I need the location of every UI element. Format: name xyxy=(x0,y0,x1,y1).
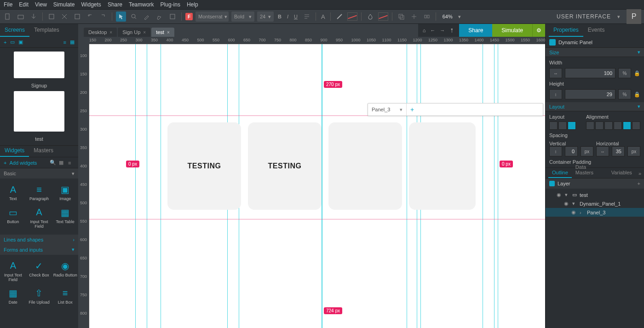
widget-paragraph[interactable]: ≡Paragraph xyxy=(26,181,52,204)
panel-selector-bar[interactable]: Panel_3▾ + xyxy=(368,103,543,116)
width-handle-icon[interactable]: ↔ xyxy=(549,68,562,78)
v-spacing-handle[interactable]: ↕ xyxy=(549,146,562,156)
width-input[interactable]: 100 xyxy=(565,68,615,78)
v-spacing-input[interactable]: 0 xyxy=(565,146,578,156)
zoom-tool-icon[interactable] xyxy=(129,12,139,22)
tab-properties[interactable]: Properties xyxy=(549,24,583,37)
menu-file[interactable]: File xyxy=(4,1,12,8)
section-forms[interactable]: Forms and inputs▾ xyxy=(0,245,78,255)
highlight-icon[interactable] xyxy=(142,12,152,22)
simulate-button[interactable]: Simulate xyxy=(492,24,532,37)
tab-screens[interactable]: Screens xyxy=(0,24,29,37)
panel-select-dropdown[interactable]: Panel_3▾ xyxy=(368,104,407,115)
tree-row-panel-3[interactable]: ◉›Panel_3 xyxy=(546,208,644,217)
widget-radio[interactable]: ◉Radio Button xyxy=(52,258,78,285)
new-file-icon[interactable] xyxy=(3,12,13,22)
widget-text-table[interactable]: ▦Text Table xyxy=(52,204,78,232)
add-panel-icon[interactable]: + xyxy=(407,106,418,113)
open-icon[interactable] xyxy=(16,12,26,22)
h-spacing-input[interactable]: 35 xyxy=(612,146,625,156)
distribute-icon[interactable] xyxy=(422,12,432,22)
lock-icon[interactable]: 🔒 xyxy=(634,70,640,76)
export-icon[interactable]: ⭱ xyxy=(449,28,454,33)
save-icon[interactable] xyxy=(29,12,39,22)
simulate-settings-icon[interactable]: ⚙ xyxy=(532,24,545,37)
align-icon[interactable] xyxy=(302,12,312,22)
tab-outline[interactable]: Outline xyxy=(548,168,572,178)
tree-row-dynamic-panel[interactable]: ◉▾Dynamic_Panel_1 xyxy=(546,199,644,208)
widget-file-upload[interactable]: ⇧File Upload xyxy=(26,285,52,308)
duplicate-icon[interactable]: ▭ xyxy=(10,39,15,45)
stroke-swatch[interactable] xyxy=(347,12,357,21)
plus-icon[interactable]: + xyxy=(4,160,6,166)
add-widgets-button[interactable]: Add widgets xyxy=(9,160,37,166)
card-testing-1[interactable]: TESTING xyxy=(167,122,241,210)
card-empty-3[interactable] xyxy=(328,122,402,210)
tab-events[interactable]: Events xyxy=(583,24,610,37)
expand-icon[interactable]: › xyxy=(580,210,584,215)
fill-icon[interactable] xyxy=(365,12,375,22)
redo-icon[interactable] xyxy=(98,12,108,22)
pen-tool-icon[interactable] xyxy=(155,12,165,22)
section-basic[interactable]: Basic▾ xyxy=(0,168,78,178)
widget-button[interactable]: ▭Button xyxy=(0,204,26,232)
list-view-icon[interactable]: ≡ xyxy=(68,160,75,166)
layout-vert-button[interactable] xyxy=(558,121,567,130)
height-unit-select[interactable]: % xyxy=(618,89,631,99)
menu-share[interactable]: Share xyxy=(108,1,122,8)
search-icon[interactable]: 🔍 xyxy=(50,160,56,166)
tab-templates[interactable]: Templates xyxy=(29,24,64,37)
add-layer-icon[interactable]: + xyxy=(638,181,640,186)
canvas-tab-signup[interactable]: Sign Up× xyxy=(118,28,150,37)
more-icon[interactable]: » xyxy=(636,169,644,178)
widget-image[interactable]: ▣Image xyxy=(52,181,78,204)
close-icon[interactable]: × xyxy=(109,30,112,35)
forward-icon[interactable]: → xyxy=(440,28,445,33)
folder-icon[interactable]: ▣ xyxy=(18,39,23,45)
text-color-icon[interactable]: A xyxy=(320,12,327,22)
menu-plugins[interactable]: Plug-ins xyxy=(161,1,180,8)
paste-icon[interactable] xyxy=(72,12,82,22)
copy-icon[interactable] xyxy=(59,12,69,22)
h-spacing-handle[interactable]: ↔ xyxy=(596,146,609,156)
menu-simulate[interactable]: Simulate xyxy=(53,1,75,8)
expand-icon[interactable]: ▾ xyxy=(572,201,577,207)
zoom-level[interactable]: 64% xyxy=(443,14,453,19)
menu-teamwork[interactable]: Teamwork xyxy=(129,1,154,8)
home-icon[interactable]: ⌂ xyxy=(423,28,426,33)
layout-free-button[interactable] xyxy=(549,121,558,130)
tab-widgets[interactable]: Widgets xyxy=(0,145,29,157)
tab-data-masters[interactable]: Data Masters xyxy=(572,162,608,178)
fill-swatch[interactable] xyxy=(378,12,388,21)
lock-icon[interactable]: 🔒 xyxy=(634,92,640,98)
undo-icon[interactable] xyxy=(85,12,95,22)
canvas-area[interactable]: 1502002503003504004505005506006507007508… xyxy=(78,37,545,328)
back-icon[interactable]: ← xyxy=(430,28,435,33)
close-icon[interactable]: × xyxy=(167,30,170,35)
widget-text[interactable]: AText xyxy=(0,181,26,204)
section-lines[interactable]: Lines and shapes› xyxy=(0,235,78,245)
canvas-tab-desktop[interactable]: Desktop× xyxy=(84,28,117,37)
card-empty-4[interactable] xyxy=(409,122,476,210)
italic-icon[interactable]: I xyxy=(286,12,290,21)
grid-view-icon[interactable]: ▦ xyxy=(70,39,75,45)
grid-view-icon[interactable]: ▦ xyxy=(59,160,65,166)
menu-help[interactable]: Help xyxy=(187,1,198,8)
cut-icon[interactable] xyxy=(46,12,57,22)
align-top-button[interactable] xyxy=(614,121,622,130)
align-middle-button[interactable] xyxy=(623,121,631,130)
path-tool-icon[interactable] xyxy=(167,12,178,22)
canvas-tab-test[interactable]: test× xyxy=(151,28,174,37)
canvas[interactable]: 270 px 0 px 0 px 724 px TESTING TESTING … xyxy=(89,44,545,328)
tab-masters[interactable]: Masters xyxy=(29,145,58,157)
layout-horiz-button[interactable] xyxy=(568,121,576,130)
menu-edit[interactable]: Edit xyxy=(19,1,29,8)
widget-input-text-field[interactable]: AInput Text Field xyxy=(0,258,26,285)
height-handle-icon[interactable]: ↕ xyxy=(549,89,562,99)
widget-date[interactable]: ▦Date xyxy=(0,285,26,308)
widget-listbox[interactable]: ≡List Box xyxy=(52,285,78,308)
visibility-icon[interactable]: ◉ xyxy=(564,201,569,207)
stroke-icon[interactable] xyxy=(334,12,345,22)
tree-row-test[interactable]: ◉▾▭test xyxy=(546,190,644,199)
font-family-select[interactable]: Montserrat▾ xyxy=(196,12,229,22)
